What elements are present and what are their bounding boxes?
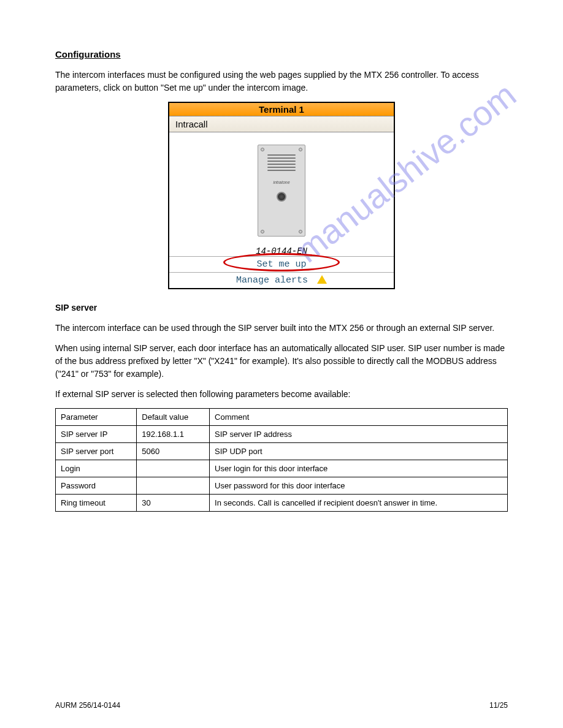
table-header-cell: Comment xyxy=(210,409,508,426)
table-row: Login User login for this door interface xyxy=(56,460,508,477)
table-cell: 192.168.1.1 xyxy=(137,426,210,443)
sip-parameters-table: Parameter Default value Comment SIP serv… xyxy=(55,408,508,512)
document-page: manualshive.com Configurations The inter… xyxy=(0,0,563,728)
footer-page-number: 11/25 xyxy=(489,701,508,710)
external-sip-intro: If external SIP server is selected then … xyxy=(55,388,508,401)
table-cell: User password for this door interface xyxy=(210,477,508,495)
table-row: SIP server port 5060 SIP UDP port xyxy=(56,443,508,460)
intercom-device-image: intratone xyxy=(258,145,305,237)
sip-paragraph-1: The intercom interface can be used throu… xyxy=(55,322,508,335)
table-header-cell: Parameter xyxy=(56,409,137,426)
table-cell: In seconds. Call is cancelled if recipie… xyxy=(210,495,508,512)
terminal-screenshot: Terminal 1 Intracall intratone 14-0144-E… xyxy=(168,102,395,289)
footer-product: AURM 256/14-0144 xyxy=(55,701,120,710)
figure-wrap: Terminal 1 Intracall intratone 14-0144-E… xyxy=(55,102,508,289)
table-cell: SIP server port xyxy=(56,443,137,460)
sip-paragraph-2: When using internal SIP server, each doo… xyxy=(55,342,508,381)
terminal-titlebar: Terminal 1 xyxy=(169,103,394,116)
table-cell xyxy=(137,477,210,495)
screw-icon xyxy=(261,148,264,151)
screw-icon xyxy=(261,230,264,233)
figure-body: intratone xyxy=(169,132,394,249)
warning-icon xyxy=(317,275,327,284)
table-header-row: Parameter Default value Comment xyxy=(56,409,508,426)
manage-alerts-row: Manage alerts xyxy=(169,272,394,288)
table-row: Password User password for this door int… xyxy=(56,477,508,495)
section-heading: Configurations xyxy=(55,49,508,59)
set-me-up-link[interactable]: Set me up xyxy=(256,259,306,270)
device-logo: intratone xyxy=(273,180,289,184)
intro-paragraph: The intercom interfaces must be configur… xyxy=(55,69,508,94)
table-cell: 5060 xyxy=(137,443,210,460)
table-cell: SIP server IP xyxy=(56,426,137,443)
table-cell: Password xyxy=(56,477,137,495)
table-cell: SIP server IP address xyxy=(210,426,508,443)
table-cell xyxy=(137,460,210,477)
table-row: Ring timeout 30 In seconds. Call is canc… xyxy=(56,495,508,512)
table-cell: User login for this door interface xyxy=(210,460,508,477)
table-row: SIP server IP 192.168.1.1 SIP server IP … xyxy=(56,426,508,443)
table-cell: 30 xyxy=(137,495,210,512)
set-me-up-row: Set me up xyxy=(169,256,394,272)
speaker-grille-icon xyxy=(267,153,296,173)
screw-icon xyxy=(299,230,302,233)
manage-alerts-link[interactable]: Manage alerts xyxy=(236,275,308,286)
intracall-band: Intracall xyxy=(169,116,394,132)
page-footer: AURM 256/14-0144 11/25 xyxy=(55,701,508,710)
device-button-icon xyxy=(277,192,286,202)
screw-icon xyxy=(299,148,302,151)
table-cell: SIP UDP port xyxy=(210,443,508,460)
table-cell: Ring timeout xyxy=(56,495,137,512)
sip-server-heading: SIP server xyxy=(55,301,508,314)
table-header-cell: Default value xyxy=(137,409,210,426)
table-cell: Login xyxy=(56,460,137,477)
